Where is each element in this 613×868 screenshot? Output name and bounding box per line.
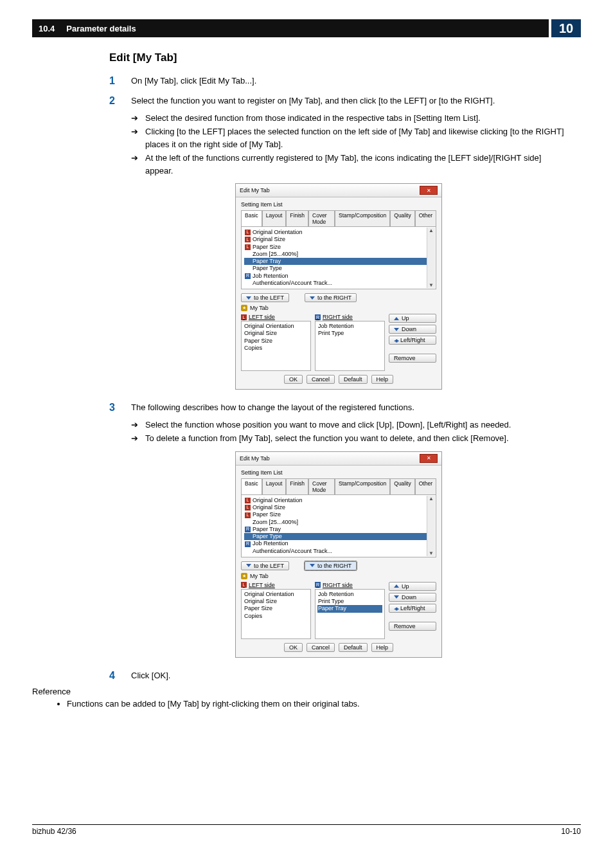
right-side-icon: R (245, 273, 251, 279)
down-button[interactable]: Down (389, 325, 436, 334)
right-side-header: RIGHT side (323, 582, 353, 588)
list-item: Print Type (317, 598, 382, 605)
cancel-button[interactable]: Cancel (306, 643, 335, 652)
remove-button[interactable]: Remove (389, 354, 436, 363)
item-orientation: Original Orientation (253, 229, 303, 236)
tab-layout[interactable]: Layout (262, 478, 287, 494)
default-button[interactable]: Default (339, 375, 368, 384)
item-auth: Authentication/Account Track... (253, 548, 332, 555)
step-2-text: Select the function you want to register… (131, 95, 568, 107)
cancel-button[interactable]: Cancel (306, 375, 335, 384)
left-right-button[interactable]: Left/Right (389, 604, 436, 613)
help-button[interactable]: Help (371, 375, 394, 384)
list-item: Copies (244, 613, 308, 620)
step-2-sublist: Select the desired function from those i… (131, 112, 568, 177)
footer-right: 10-10 (561, 827, 581, 836)
scrollbar[interactable]: ▲▼ (427, 228, 435, 288)
right-side-list[interactable]: Job Retention Print Type (315, 321, 385, 371)
dialog-titlebar: Edit My Tab ✕ (236, 452, 441, 466)
to-the-right-button[interactable]: to the RIGHT (305, 561, 357, 570)
my-tab-icon: ★ (241, 305, 247, 311)
right-side-list[interactable]: Job Retention Print Type Paper Tray (315, 589, 385, 639)
step-1: 1 On [My Tab], click [Edit My Tab...]. (109, 75, 568, 88)
setting-item-list[interactable]: LOriginal Orientation LOriginal Size LPa… (241, 494, 436, 557)
my-tab-label: My Tab (250, 573, 269, 579)
to-the-right-button[interactable]: to the RIGHT (305, 293, 357, 302)
tab-stamp[interactable]: Stamp/Composition (335, 210, 390, 226)
tab-stamp[interactable]: Stamp/Composition (335, 478, 390, 494)
tab-finish[interactable]: Finish (286, 210, 308, 226)
right-side-icon: R (315, 582, 321, 588)
tab-other[interactable]: Other (415, 210, 436, 226)
left-side-icon: L (245, 244, 251, 250)
right-side-icon: R (245, 541, 251, 547)
list-item: Paper Tray (317, 605, 382, 612)
left-side-icon: L (245, 505, 251, 511)
right-side-icon: R (245, 527, 251, 532)
ok-button[interactable]: OK (284, 643, 303, 652)
step-3-sub-2: To delete a function from [My Tab], sele… (131, 432, 568, 445)
step-3: 3 The following describes how to change … (109, 401, 568, 415)
up-button[interactable]: Up (389, 582, 436, 591)
left-side-icon: L (245, 230, 251, 235)
my-tab-label: My Tab (250, 305, 269, 311)
item-job-retention: Job Retention (253, 540, 289, 547)
dialog-figure-1: Edit My Tab ✕ Setting Item List Basic La… (235, 183, 442, 390)
list-item: Original Orientation (244, 591, 308, 598)
item-orientation: Original Orientation (253, 497, 303, 504)
scrollbar[interactable]: ▲▼ (427, 496, 435, 556)
tab-basic[interactable]: Basic (241, 478, 262, 494)
tab-other[interactable]: Other (415, 478, 436, 494)
tab-strip: Basic Layout Finish Cover Mode Stamp/Com… (241, 210, 436, 226)
right-side-icon: R (315, 314, 321, 320)
tab-layout[interactable]: Layout (262, 210, 287, 226)
help-button[interactable]: Help (371, 643, 394, 652)
list-item: Copies (244, 345, 308, 352)
item-auth: Authentication/Account Track... (253, 280, 332, 287)
section-title-header: Parameter details (66, 24, 136, 33)
close-icon[interactable]: ✕ (420, 454, 438, 463)
left-side-icon: L (245, 498, 251, 503)
close-icon[interactable]: ✕ (420, 186, 438, 195)
item-paper-size: Paper Size (253, 511, 281, 518)
down-button[interactable]: Down (389, 593, 436, 602)
step-3-number: 3 (109, 401, 131, 415)
dialog-figure-2: Edit My Tab ✕ Setting Item List Basic La… (235, 451, 442, 658)
ok-button[interactable]: OK (284, 375, 303, 384)
remove-button[interactable]: Remove (389, 622, 436, 631)
to-the-left-button[interactable]: to the LEFT (241, 293, 289, 302)
item-original-size: Original Size (253, 504, 285, 511)
item-job-retention: Job Retention (253, 273, 289, 280)
step-4-text: Click [OK]. (131, 669, 568, 682)
tab-quality[interactable]: Quality (390, 478, 414, 494)
tab-cover-mode[interactable]: Cover Mode (308, 478, 335, 494)
left-side-list[interactable]: Original Orientation Original Size Paper… (241, 589, 311, 639)
left-side-icon: L (241, 314, 247, 320)
step-1-text: On [My Tab], click [Edit My Tab...]. (131, 75, 568, 87)
tab-quality[interactable]: Quality (390, 210, 414, 226)
left-side-list[interactable]: Original Orientation Original Size Paper… (241, 321, 311, 371)
left-right-button[interactable]: Left/Right (389, 336, 436, 345)
left-side-icon: L (241, 582, 247, 588)
step-3-sublist: Select the function whose position you w… (131, 419, 568, 445)
tab-finish[interactable]: Finish (286, 478, 308, 494)
step-2-sub-1: Select the desired function from those i… (131, 112, 568, 125)
reference-heading: Reference (32, 687, 568, 696)
list-item: Print Type (317, 330, 382, 337)
setting-item-list[interactable]: LOriginal Orientation LOriginal Size LPa… (241, 226, 436, 289)
list-item: Original Size (244, 330, 308, 337)
dialog-titlebar: Edit My Tab ✕ (236, 184, 441, 197)
list-item: Original Orientation (244, 323, 308, 330)
reference-list: Functions can be added to [My Tab] by ri… (32, 698, 568, 710)
section-heading: Edit [My Tab] (109, 51, 568, 64)
tab-basic[interactable]: Basic (241, 210, 262, 226)
to-the-left-button[interactable]: to the LEFT (241, 561, 289, 570)
left-side-header: LEFT side (249, 314, 275, 320)
default-button[interactable]: Default (339, 643, 368, 652)
up-button[interactable]: Up (389, 314, 436, 323)
header-strip: 10.4 Parameter details (32, 19, 549, 37)
setting-item-list-label: Setting Item List (241, 201, 436, 208)
dialog-title: Edit My Tab (240, 187, 270, 194)
list-item: Paper Size (244, 338, 308, 345)
tab-cover-mode[interactable]: Cover Mode (308, 210, 335, 226)
